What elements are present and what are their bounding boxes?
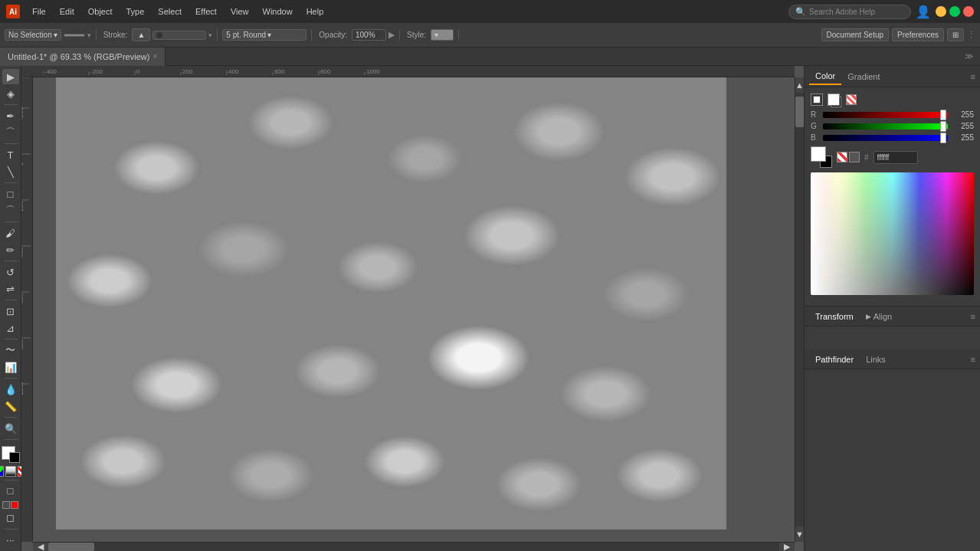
rotate-tool-btn[interactable]: ↺ <box>2 264 19 280</box>
style-selector[interactable]: ▾ <box>431 29 454 41</box>
line-tool-btn[interactable]: ╲ <box>2 164 19 179</box>
align-tab[interactable]: ▶ Align <box>860 310 898 323</box>
draw-behind-btn[interactable] <box>11 501 18 509</box>
b-channel-slider[interactable] <box>823 135 948 141</box>
scroll-thumb[interactable] <box>795 97 804 127</box>
fg-swatch-large[interactable] <box>811 146 826 162</box>
curvature-tool-btn[interactable]: ⌒ <box>2 125 19 140</box>
panel-options-icon[interactable]: ≡ <box>971 72 975 81</box>
r-channel-label: R <box>811 110 820 119</box>
draw-mode-btn[interactable]: □ <box>2 484 19 499</box>
pathfinder-content <box>805 369 980 415</box>
rect-tool-btn[interactable]: □ <box>2 186 19 202</box>
direct-selection-tool-btn[interactable]: ◈ <box>2 86 19 101</box>
close-button[interactable] <box>963 6 974 17</box>
color-spectrum[interactable] <box>811 172 974 295</box>
menu-edit[interactable]: Edit <box>54 5 80 18</box>
more-options-icon[interactable]: ⋮ <box>967 30 975 40</box>
r-channel-slider[interactable] <box>823 112 948 118</box>
horizontal-scrollbar[interactable]: ◀ ▶ <box>33 542 795 551</box>
scroll-track[interactable] <box>795 93 804 526</box>
pathfinder-options-icon[interactable]: ≡ <box>971 355 975 364</box>
doc-tab-close-icon[interactable]: × <box>152 52 157 61</box>
menu-help[interactable]: Help <box>300 5 330 18</box>
paintbrush-tool-btn[interactable]: 🖌 <box>2 225 19 241</box>
menu-file[interactable]: File <box>26 5 52 18</box>
links-tab[interactable]: Links <box>860 353 892 366</box>
none-color-btn[interactable] <box>846 94 857 105</box>
document-setup-button[interactable]: Document Setup <box>821 28 890 41</box>
scroll-right-btn[interactable]: ▶ <box>779 543 795 551</box>
search-box[interactable]: 🔍 Search Adobe Help <box>788 5 911 19</box>
fg-color-indicator[interactable] <box>828 93 840 106</box>
pen-tool-btn[interactable]: ✒ <box>2 108 19 123</box>
opacity-expand-icon[interactable]: ▶ <box>388 30 395 40</box>
opacity-input[interactable] <box>352 29 386 41</box>
zoom-tool-btn[interactable]: 🔍 <box>2 421 19 436</box>
hscroll-thumb[interactable] <box>48 543 94 551</box>
document-tab[interactable]: Untitled-1* @ 69.33 % (RGB/Preview) × <box>0 48 166 66</box>
shear-tool-btn[interactable]: ⊿ <box>2 320 19 336</box>
graph-tool-btn[interactable]: 📊 <box>2 359 19 375</box>
b-channel: B 255 <box>811 133 974 142</box>
gradient-mode-btn[interactable] <box>5 466 16 477</box>
transform-tab[interactable]: Transform <box>809 310 860 323</box>
g-channel-slider[interactable] <box>823 123 948 130</box>
fill-arrow-icon: ▾ <box>87 31 91 39</box>
maximize-button[interactable] <box>949 6 960 17</box>
profile-icon[interactable]: 👤 <box>916 5 931 19</box>
type-tool-btn[interactable]: T <box>2 147 19 162</box>
svg-text:0: 0 <box>21 162 25 166</box>
menu-effect[interactable]: Effect <box>189 5 223 18</box>
pencil-tool-btn[interactable]: ✏ <box>2 242 19 257</box>
eyedropper-tool-btn[interactable]: 💧 <box>2 382 19 397</box>
color-tab[interactable]: Color <box>809 68 841 85</box>
color-mode-btn[interactable] <box>0 466 4 477</box>
canvas-image <box>56 77 726 530</box>
background-color-swatch[interactable] <box>9 452 20 463</box>
none-swatch[interactable] <box>837 152 847 162</box>
draw-inside-btn[interactable] <box>2 501 10 509</box>
vertical-scrollbar[interactable]: ▲ ▼ <box>795 77 804 542</box>
brush-selector[interactable]: 5 pt. Round ▾ <box>222 29 306 41</box>
measure-tool-btn[interactable]: 📏 <box>2 398 19 414</box>
selection-tool-btn[interactable]: ▶ <box>2 69 19 84</box>
stroke-width-selector[interactable] <box>152 31 206 40</box>
warp-tool-btn[interactable]: 〜 <box>2 343 19 358</box>
svg-text:-200: -200 <box>21 107 25 120</box>
scroll-down-btn[interactable]: ▼ <box>795 526 804 542</box>
swatch-stack <box>811 146 832 168</box>
svg-text:-400: -400 <box>44 68 57 75</box>
transform-options-icon[interactable]: ≡ <box>971 312 975 321</box>
menu-window[interactable]: Window <box>257 5 299 18</box>
menu-object[interactable]: Object <box>82 5 119 18</box>
b-slider-thumb[interactable] <box>940 133 946 143</box>
knife-tool-btn[interactable]: ⌒ <box>2 203 19 218</box>
more-tools-btn[interactable]: ··· <box>2 533 19 548</box>
align-options-btn[interactable]: ⊞ <box>947 28 964 41</box>
g-slider-thumb[interactable] <box>940 121 946 132</box>
pathfinder-tab[interactable]: Pathfinder <box>809 353 860 366</box>
menu-select[interactable]: Select <box>152 5 188 18</box>
r-slider-thumb[interactable] <box>940 110 946 120</box>
reflect-tool-btn[interactable]: ⇌ <box>2 281 19 297</box>
tab-expand-icon[interactable]: ≫ <box>959 51 980 61</box>
preferences-button[interactable]: Preferences <box>892 28 944 41</box>
screen-mode-btn[interactable]: ◻ <box>2 510 19 526</box>
stroke-up-btn[interactable]: ▲ <box>132 28 150 41</box>
gradient-tab[interactable]: Gradient <box>841 69 886 84</box>
scale-tool-btn[interactable]: ⊡ <box>2 303 19 319</box>
minimize-button[interactable] <box>936 6 946 17</box>
gradient-swatch[interactable] <box>849 152 860 162</box>
color-mode-selector[interactable] <box>811 93 823 106</box>
scroll-up-btn[interactable]: ▲ <box>795 77 804 93</box>
g-channel-value: 255 <box>952 122 974 130</box>
menu-view[interactable]: View <box>225 5 255 18</box>
hscroll-track[interactable] <box>48 543 779 551</box>
hex-input[interactable] <box>873 151 918 164</box>
selection-dropdown[interactable]: No Selection ▾ <box>5 29 61 41</box>
fill-color-selector[interactable] <box>64 34 85 37</box>
scroll-left-btn[interactable]: ◀ <box>33 543 48 551</box>
canvas-container[interactable] <box>56 77 726 530</box>
menu-type[interactable]: Type <box>120 5 151 18</box>
